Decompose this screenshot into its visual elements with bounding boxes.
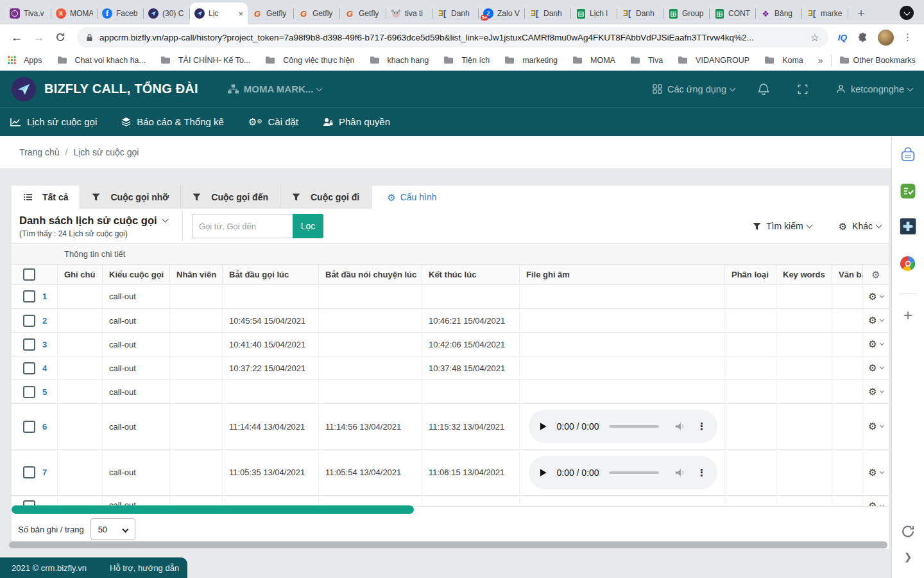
row-settings-button[interactable]: ⚙ [868,362,883,374]
new-tab-button[interactable]: + [852,4,870,22]
sidebar-add-button[interactable]: + [903,308,912,323]
iq-extension-icon[interactable]: IQ [838,33,847,42]
browser-menu-icon[interactable]: ⋮ [903,31,912,43]
row-settings-button[interactable]: ⚙ [868,421,883,432]
bizfly-logo[interactable] [12,77,36,101]
row-checkbox[interactable] [23,421,35,433]
profile-avatar[interactable] [878,30,894,46]
sidebar-refresh-button[interactable] [901,524,916,539]
browser-tab[interactable]: GGetfly [294,3,340,24]
bookmark-folder[interactable]: Chat voi khach ha... [57,56,146,65]
select-all-checkbox[interactable] [23,268,35,281]
page-horizontal-scrollbar[interactable] [9,541,887,548]
header-settings-cell[interactable]: ⚙ [863,265,889,285]
nav-reports[interactable]: Báo cáo & Thống kê [121,116,224,127]
volume-icon[interactable] [674,421,686,432]
plus-tile-icon[interactable] [900,218,916,234]
table-horizontal-scrollbar[interactable] [12,505,414,514]
audio-progress-bar[interactable] [609,425,659,428]
audio-menu-icon[interactable]: ⋮ [697,421,706,432]
volume-icon[interactable] [674,468,686,478]
bookmark-folder[interactable]: TÀI CHÍNH- Kế To... [160,56,250,65]
browser-tab[interactable]: GGetfly [340,3,386,24]
address-bar[interactable]: appcrm.bizfly.vn/app-call/history?projec… [77,27,828,48]
search-input[interactable] [192,214,293,238]
browser-tab[interactable]: XMOMA [51,3,98,24]
tab-missed-calls[interactable]: Cuộc gọi nhỡ [80,186,181,209]
tasks-icon[interactable] [900,183,916,199]
fullscreen-button[interactable] [798,84,813,94]
browser-tab[interactable]: fFaceb [98,3,144,24]
bookmark-folder[interactable]: Tiva [630,56,663,65]
bookmark-folder[interactable]: Công việc thực hiện [265,56,354,65]
sidebar-expand-button[interactable]: ❯ [904,551,912,563]
bookmark-star-icon[interactable]: ☆ [810,31,819,44]
tab-outgoing-calls[interactable]: Cuộc gọi đi [280,186,372,209]
browser-tab[interactable]: Lịch l [571,3,617,24]
apps-menu-button[interactable]: Các ứng dụng [653,84,735,94]
list-title-dropdown[interactable]: Danh sách lịch sử cuộc gọi [19,215,175,227]
nav-settings[interactable]: ⚙⚙Cài đặt [248,116,298,127]
browser-tab[interactable]: CONT [710,3,756,24]
play-icon[interactable] [540,422,547,431]
extensions-puzzle-icon[interactable] [857,32,868,43]
browser-tab[interactable]: tiva ti [386,3,432,24]
row-settings-button[interactable]: ⚙ [868,315,883,326]
bookmark-folder[interactable]: MOMA [572,56,615,65]
bookmark-folder[interactable]: Koma [764,56,803,65]
close-icon[interactable]: × [238,10,243,18]
browser-tab[interactable]: ❖Bảng [756,3,802,24]
nav-permissions[interactable]: Phân quyền [323,116,390,127]
tab-incoming-calls[interactable]: Cuộc gọi đến [181,186,280,209]
row-checkbox[interactable] [23,338,35,351]
browser-tab[interactable]: Ǝ[marke [802,3,848,24]
browser-dropdown-button[interactable] [900,6,914,20]
tab-all[interactable]: Tất cả [12,186,80,209]
row-checkbox[interactable] [23,466,35,478]
search-menu-button[interactable]: Tìm kiếm [753,221,812,231]
org-selector[interactable]: MOMA MARK... [228,83,322,94]
bookmark-folder[interactable]: VIDANGROUP [678,56,749,65]
more-menu-button[interactable]: ⚙ Khác [839,221,881,231]
config-link[interactable]: ⚙Cấu hình [387,186,436,209]
bookmark-apps[interactable]: Apps [8,56,42,65]
row-settings-button[interactable]: ⚙ [868,467,883,478]
back-button[interactable]: ← [8,28,26,46]
breadcrumb-home[interactable]: Trang chủ [19,147,60,157]
browser-tab[interactable]: Ǝ[Danh [432,3,479,24]
browser-tab[interactable]: Tiva.v [5,3,51,24]
bookmark-folder[interactable]: Tiện ích [443,56,490,65]
nav-call-history[interactable]: Lịch sử cuộc gọi [10,116,97,127]
row-checkbox[interactable] [23,362,35,374]
audio-menu-icon[interactable]: ⋮ [697,467,706,478]
browser-tab[interactable]: Lịc× [190,3,248,24]
browser-tab[interactable]: Z5+Zalo V [479,3,525,24]
row-checkbox[interactable] [23,315,35,327]
browser-tab[interactable]: GGetfly [248,3,294,24]
other-bookmarks-button[interactable]: Other Bookmarks [839,56,916,65]
reload-button[interactable] [51,28,69,46]
audio-player[interactable]: 0:00 / 0:00⋮ [529,410,717,443]
browser-tab[interactable]: Ǝ[Danh [525,3,571,24]
bookmarks-overflow-button[interactable]: » [818,55,823,66]
play-icon[interactable] [540,468,547,477]
browser-tab[interactable]: Ǝ[Danh [617,3,663,24]
bookmark-folder[interactable]: khach hang [370,56,429,65]
row-settings-button[interactable]: ⚙ [868,291,883,302]
row-settings-button[interactable]: ⚙ [868,338,883,350]
bag-icon[interactable] [900,146,917,163]
forward-button[interactable]: → [30,28,47,46]
notifications-button[interactable] [758,83,774,96]
row-settings-button[interactable]: ⚙ [868,500,883,506]
color-wheel-icon[interactable] [900,256,916,272]
filter-button[interactable]: Lọc [293,214,323,238]
audio-player[interactable]: 0:00 / 0:00⋮ [529,456,717,489]
page-size-select[interactable]: 50 [90,518,135,540]
support-link[interactable]: Hỗ trợ, hướng dẫn [110,563,179,573]
bookmark-folder[interactable]: marketing [504,56,558,65]
row-checkbox[interactable] [23,290,35,302]
user-menu-button[interactable]: ketcongnghe [836,84,912,94]
row-checkbox[interactable] [23,386,35,398]
browser-tab[interactable]: Group [663,3,710,24]
browser-tab[interactable]: (30) C [144,3,190,24]
